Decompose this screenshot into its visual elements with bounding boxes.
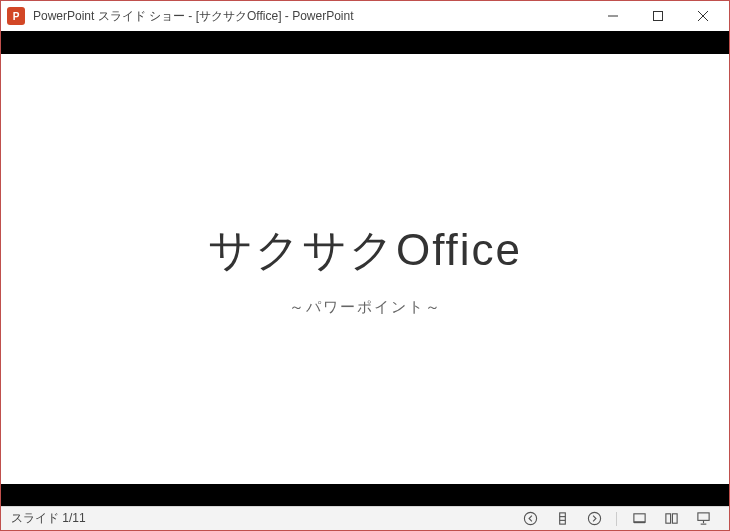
svg-point-8 [588, 512, 600, 524]
titlebar: P PowerPoint スライド ショー - [サクサクOffice] - P… [1, 1, 729, 31]
slide: サクサクOffice ～パワーポイント～ [1, 54, 729, 484]
svg-rect-12 [672, 514, 677, 523]
svg-rect-13 [697, 513, 708, 521]
prev-slide-button[interactable] [515, 508, 545, 530]
window-title: PowerPoint スライド ショー - [サクサクOffice] - Pow… [33, 8, 354, 25]
normal-view-button[interactable] [624, 508, 654, 530]
slide-subtitle: ～パワーポイント～ [289, 298, 442, 317]
powerpoint-app-icon: P [7, 7, 25, 25]
all-slides-button[interactable] [547, 508, 577, 530]
separator [616, 512, 617, 526]
slideshow-area[interactable]: サクサクOffice ～パワーポイント～ [1, 31, 729, 506]
slide-counter: スライド 1/11 [11, 510, 86, 527]
next-slide-button[interactable] [579, 508, 609, 530]
svg-rect-5 [559, 513, 565, 524]
minimize-button[interactable] [590, 2, 635, 30]
maximize-button[interactable] [635, 2, 680, 30]
svg-rect-1 [653, 12, 662, 21]
svg-rect-11 [665, 514, 670, 523]
svg-rect-9 [633, 514, 644, 522]
statusbar: スライド 1/11 [1, 506, 729, 530]
slide-title: サクサクOffice [208, 221, 522, 280]
close-button[interactable] [680, 2, 725, 30]
presenter-view-button[interactable] [688, 508, 718, 530]
svg-point-4 [524, 512, 536, 524]
reading-view-button[interactable] [656, 508, 686, 530]
